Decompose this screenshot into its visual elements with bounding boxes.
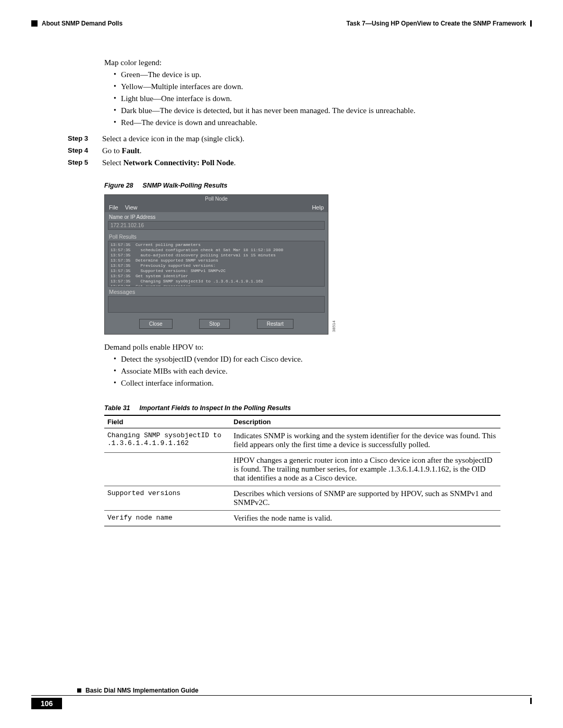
step-post: . <box>140 146 142 155</box>
input-address[interactable]: 172.21.102.16 <box>108 221 325 230</box>
step-bold: Network Connectivity: Poll Node <box>123 158 234 167</box>
menubar-left: File View <box>109 204 142 211</box>
stop-button[interactable]: Stop <box>199 319 230 329</box>
close-button[interactable]: Close <box>139 319 173 329</box>
log-line: 13:57:35 Previously supported versions: <box>111 263 322 268</box>
poll-results-log: 13:57:35 Current polling parameters 13:5… <box>108 241 325 287</box>
header-left-text: About SNMP Demand Polls <box>42 20 123 27</box>
list-item: Collect interface information. <box>114 379 500 388</box>
after-figure-text: Demand polls enable HPOV to: <box>104 343 500 352</box>
page-number: 106 <box>31 698 62 709</box>
restart-button[interactable]: Restart <box>257 319 293 329</box>
footer-right-bar-icon <box>530 698 532 704</box>
step-pre: Select <box>102 158 123 167</box>
window-title: Poll Node <box>105 195 328 203</box>
page: About SNMP Demand Polls Task 7—Using HP … <box>0 0 563 728</box>
th-field: Field <box>104 415 230 428</box>
cell-field: Verify node name <box>104 511 230 526</box>
footer-title: Basic Dial NMS Implementation Guide <box>85 687 199 694</box>
intro-text: Map color legend: <box>104 58 500 67</box>
cell-desc: Verifies the node name is valid. <box>230 511 500 526</box>
log-line: 13:57:35 Current polling parameters <box>111 242 322 248</box>
log-line: 13:57:35 Get system identifier <box>111 274 322 279</box>
legend-item: Yellow—Multiple interfaces are down. <box>114 82 500 91</box>
log-line: 13:57:35 Determine supported SNMP versio… <box>111 258 322 263</box>
screenshot-pollnode: Poll Node File View Help Name or IP Addr… <box>104 194 328 335</box>
cell-desc: Indicates SNMP is working and the system… <box>230 428 500 453</box>
messages-box <box>108 296 325 313</box>
cell-desc: Describes which versions of SNMP are sup… <box>230 486 500 511</box>
menu-file[interactable]: File <box>109 204 118 211</box>
table-title: Important Fields to Inspect In the Polli… <box>140 404 291 412</box>
table-row: Supported versions Describes which versi… <box>104 486 500 511</box>
step-5: Step 5 Select Network Connectivity: Poll… <box>104 158 500 167</box>
table-header-row: Field Description <box>104 415 500 428</box>
figure-title: SNMP Walk-Polling Results <box>143 182 228 189</box>
table-row: Changing SNMP sysobjectID to .1.3.6.1.4.… <box>104 428 500 453</box>
header-square-icon <box>31 20 38 27</box>
step-4: Step 4 Go to Fault. <box>104 146 500 155</box>
menubar: File View Help <box>105 203 328 212</box>
step-3: Step 3 Select a device icon in the map (… <box>104 134 500 143</box>
label-address: Name or IP Address <box>105 212 328 221</box>
cell-desc: HPOV changes a generic router icon into … <box>230 453 500 486</box>
legend-item: Light blue—One interface is down. <box>114 94 500 103</box>
fields-table: Field Description Changing SNMP sysobjec… <box>104 415 500 526</box>
running-header: About SNMP Demand Polls Task 7—Using HP … <box>31 20 532 27</box>
legend-list: Green—The device is up. Yellow—Multiple … <box>104 70 500 127</box>
step-pre: Go to <box>102 146 122 155</box>
legend-item: Red—The device is down and unreachable. <box>114 118 500 127</box>
label-pollresults: Poll Results <box>105 233 328 241</box>
step-label: Step 5 <box>68 158 102 167</box>
header-right-text: Task 7—Using HP OpenView to Create the S… <box>346 20 526 27</box>
header-square-icon <box>530 20 532 27</box>
header-left: About SNMP Demand Polls <box>31 20 123 27</box>
footer-title-row: Basic Dial NMS Implementation Guide <box>77 687 532 694</box>
step-bold: Fault <box>122 146 140 155</box>
figure-sidecode: 38514 <box>332 320 336 332</box>
list-item: Detect the sysobjectID (vendor ID) for e… <box>114 355 500 364</box>
menu-view[interactable]: View <box>125 204 138 211</box>
log-line: 13:57:35 Changing SNMP sysObjectId to .1… <box>111 279 322 284</box>
log-line: 13:57:35 scheduled configuration check a… <box>111 248 322 253</box>
table-caption: Table 31Important Fields to Inspect In t… <box>104 404 500 412</box>
cell-field: Supported versions <box>104 486 230 511</box>
label-messages: Messages <box>105 287 328 296</box>
th-desc: Description <box>230 415 500 428</box>
step-label: Step 4 <box>68 146 102 155</box>
log-line: 13:57:35 Supported versions: SNMPv1 SNMP… <box>111 268 322 274</box>
legend-item: Dark blue—The device is detected, but it… <box>114 106 500 115</box>
legend-item: Green—The device is up. <box>114 70 500 79</box>
log-line: 13:57:35 auto-adjusted discovery polling… <box>111 253 322 258</box>
content: Map color legend: Green—The device is up… <box>104 58 500 526</box>
step-body: Select Network Connectivity: Poll Node. <box>102 158 500 167</box>
step-body: Select a device icon in the map (single … <box>102 134 500 143</box>
cell-field <box>104 453 230 486</box>
step-label: Step 3 <box>68 134 102 143</box>
list-item: Associate MIBs with each device. <box>114 367 500 376</box>
table-row: HPOV changes a generic router icon into … <box>104 453 500 486</box>
figure-number: Figure 28 <box>104 182 133 189</box>
footer: Basic Dial NMS Implementation Guide 106 <box>31 687 532 709</box>
footer-square-icon <box>77 688 81 693</box>
figure-caption: Figure 28SNMP Walk-Polling Results <box>104 182 500 189</box>
menu-help[interactable]: Help <box>312 204 324 211</box>
step-body: Go to Fault. <box>102 146 500 155</box>
header-right: Task 7—Using HP OpenView to Create the S… <box>346 20 532 27</box>
button-row: Close Stop Restart <box>105 316 328 334</box>
table-row: Verify node name Verifies the node name … <box>104 511 500 526</box>
table-number: Table 31 <box>104 404 130 412</box>
after-figure-list: Detect the sysobjectID (vendor ID) for e… <box>104 355 500 388</box>
cell-field: Changing SNMP sysobjectID to .1.3.6.1.4.… <box>104 428 230 453</box>
step-post: . <box>234 158 236 167</box>
